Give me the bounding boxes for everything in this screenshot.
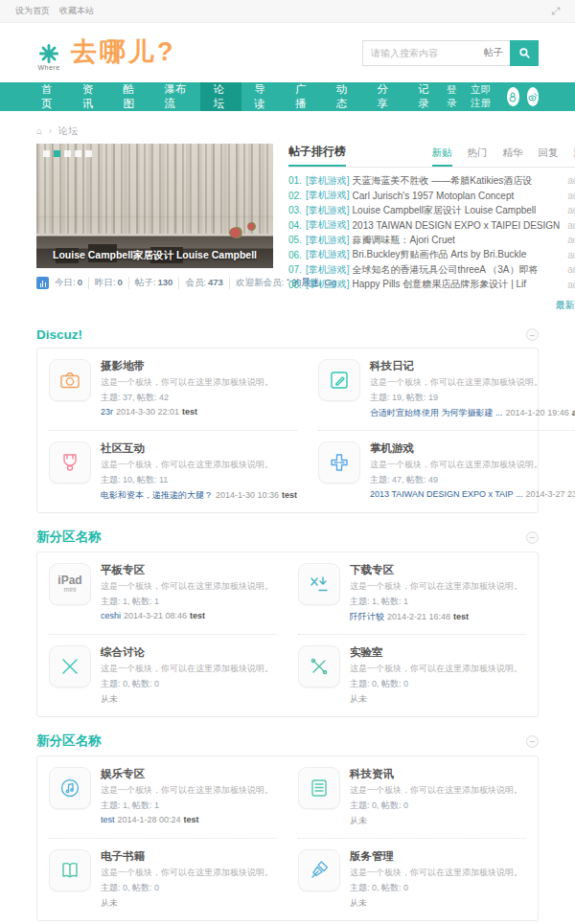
lastpost-user[interactable]: test	[190, 611, 205, 620]
search-type-select[interactable]: 帖子	[476, 46, 511, 59]
lastpost-time: 2014-3-21 08:46	[124, 611, 187, 620]
site-logo[interactable]: Where 去哪儿?	[36, 34, 176, 71]
tab-new[interactable]: 新贴	[432, 146, 452, 167]
forum-card: 综合讨论 这是一个板块，你可以在这里添加板块说明。 主题: 0, 帖数: 0 从…	[49, 634, 277, 716]
rank-title-link[interactable]: Louise Campbell家居设计 Louise Campbell	[353, 204, 561, 217]
forum-name-link[interactable]: 摄影地带	[101, 359, 273, 373]
rank-author[interactable]: admin	[567, 264, 575, 275]
tab-hot[interactable]: 热门	[468, 146, 488, 167]
weibo-login-icon[interactable]	[527, 87, 539, 106]
set-home-link[interactable]: 设为首页	[15, 5, 50, 17]
lastpost-user[interactable]: test	[453, 612, 469, 621]
rank-tag-link[interactable]: [掌机游戏]	[306, 174, 350, 188]
carousel-dot[interactable]	[85, 150, 92, 157]
forum-name-link[interactable]: 娱乐专区	[101, 767, 273, 781]
carousel-image-detail	[229, 227, 244, 238]
forum-card: 科技日记 这是一个板块，你可以在这里添加板块说明。 主题: 19, 帖数: 19…	[318, 349, 575, 430]
nav-item-record[interactable]: 记录	[405, 82, 447, 111]
lastpost-link[interactable]: 2013 TAIWAN DESIGN EXPO x TAIP ...	[370, 489, 522, 499]
rank-title-link[interactable]: 2013 TAIWAN DESIGN EXPO x TAIPEI DESIGN	[353, 220, 561, 231]
rank-title-link[interactable]: 蒜瓣调味瓶：Ajori Cruet	[353, 234, 561, 247]
lastpost-link[interactable]: 电影和资本，递推递的大腿？	[101, 490, 213, 500]
lastpost-link[interactable]: test	[101, 815, 115, 824]
camera-icon	[49, 359, 91, 401]
carousel-dot[interactable]	[75, 150, 81, 157]
rank-author[interactable]: admin	[567, 235, 575, 245]
nav-item-gallery[interactable]: 酷图	[111, 82, 152, 111]
rank-tag-link[interactable]: [掌机游戏]	[306, 218, 350, 232]
forum-name-link[interactable]: 综合讨论	[101, 645, 273, 660]
carousel-dot-active[interactable]	[54, 150, 60, 157]
fullscreen-icon[interactable]: ⤢	[551, 5, 560, 17]
collapse-button[interactable]	[526, 531, 539, 544]
rank-title-link[interactable]: Happy Pills 创意糖果店品牌形象设计 | Lif	[353, 278, 561, 291]
nav-item-news[interactable]: 资讯	[70, 82, 111, 111]
tab-digest[interactable]: 精华	[503, 146, 523, 167]
rank-tag-link[interactable]: [掌机游戏]	[306, 263, 350, 277]
forum-name-link[interactable]: 科技日记	[370, 359, 575, 373]
forum-name-link[interactable]: 下载专区	[350, 563, 522, 577]
rank-author[interactable]: admin	[567, 175, 575, 186]
rank-tag-link[interactable]: [掌机游戏]	[306, 248, 350, 261]
forum-name-link[interactable]: 版务管理	[350, 849, 522, 864]
nav-item-waterfall[interactable]: 瀑布流	[151, 82, 200, 111]
forum-name-link[interactable]: 实验室	[350, 645, 522, 660]
rank-tag-link[interactable]: [掌机游戏]	[306, 189, 350, 202]
rank-author[interactable]: admin	[567, 280, 575, 290]
rank-tag-link[interactable]: [掌机游戏]	[306, 278, 350, 291]
carousel-caption[interactable]: Louise Campbell家居设计 Louise Campbell	[36, 249, 273, 262]
rank-author[interactable]: admin	[567, 250, 575, 260]
breadcrumb-home-icon[interactable]: ⌂	[36, 125, 42, 136]
latest-reply-link[interactable]: 最新回复	[556, 300, 575, 310]
rank-title-link[interactable]: Bri.Buckley剪贴画作品 Arts by Bri.Buckle	[353, 248, 561, 261]
rank-title-link[interactable]: 全球知名的香港玩具公司threeA （3A）即将	[353, 263, 561, 277]
register-link[interactable]: 立即注册	[471, 83, 495, 110]
search-input[interactable]	[363, 41, 476, 65]
lastpost-time: 2014-3-27 23:10	[525, 489, 575, 499]
rank-author[interactable]: admin	[567, 220, 575, 231]
forum-stats: 主题: 0, 帖数: 0	[101, 882, 273, 894]
nav-item-feed[interactable]: 动态	[324, 82, 365, 111]
rank-tag-link[interactable]: [掌机游戏]	[306, 204, 350, 217]
collapse-button[interactable]	[526, 328, 539, 341]
nav-item-guide[interactable]: 导读	[242, 82, 283, 111]
rank-author[interactable]: admin	[567, 205, 575, 215]
carousel-dot[interactable]	[64, 150, 71, 157]
forum-name-link[interactable]: 科技资讯	[350, 767, 522, 781]
login-link[interactable]: 登录	[447, 83, 459, 110]
rank-author[interactable]: admin	[567, 191, 575, 201]
breadcrumb-separator: ›	[49, 125, 52, 136]
lastpost-link[interactable]: 阡阡计较	[350, 612, 384, 621]
search-button[interactable]	[510, 40, 539, 66]
favorite-link[interactable]: 收藏本站	[59, 5, 94, 17]
lastpost-link[interactable]: 合适时宜始终使用 为何学摄影建 ...	[370, 408, 503, 417]
stat-label: 会员:	[185, 277, 206, 287]
lastpost-user[interactable]: test	[282, 490, 297, 500]
collapse-button[interactable]	[526, 735, 539, 748]
nav-item-forum[interactable]: 论坛	[200, 82, 242, 111]
rank-title-link[interactable]: 天蓝海蓝美不胜收 ——希腊Katikies酒店设	[353, 174, 561, 188]
forum-name-link[interactable]: 社区互动	[101, 441, 297, 456]
breadcrumb: ⌂ › 论坛	[36, 111, 539, 144]
carousel-dot[interactable]	[43, 150, 50, 157]
forum-desc: 这是一个板块，你可以在这里添加板块说明。	[350, 784, 522, 797]
nav-item-broadcast[interactable]: 广播	[283, 82, 324, 111]
lastpost-link[interactable]: 23r	[101, 407, 113, 417]
nav-item-share[interactable]: 分享	[364, 82, 405, 111]
lastpost-user[interactable]: admin	[572, 408, 575, 417]
rank-tag-link[interactable]: [掌机游戏]	[306, 234, 350, 247]
forum-name-link[interactable]: 电子书籍	[101, 849, 273, 864]
forum-lastpost: 阡阡计较2014-2-21 16:48test	[350, 611, 522, 623]
topbar: 设为首页 收藏本站 ⤢	[0, 0, 575, 23]
breadcrumb-current[interactable]: 论坛	[58, 125, 78, 136]
rank-title-link[interactable]: Carl Jurisch's 1957 Motoplan Concept	[353, 191, 561, 201]
lastpost-link[interactable]: ceshi	[101, 611, 121, 620]
forum-name-link[interactable]: 掌机游戏	[370, 441, 575, 456]
nav-item-home[interactable]: 首页	[29, 82, 70, 111]
carousel[interactable]: Louise Campbell家居设计 Louise Campbell	[36, 144, 273, 268]
lastpost-user[interactable]: test	[182, 407, 197, 417]
forum-name-link[interactable]: 平板专区	[101, 563, 273, 577]
lastpost-user[interactable]: test	[184, 815, 199, 824]
qq-login-icon[interactable]	[507, 87, 518, 106]
tab-replies[interactable]: 回复	[539, 146, 559, 167]
